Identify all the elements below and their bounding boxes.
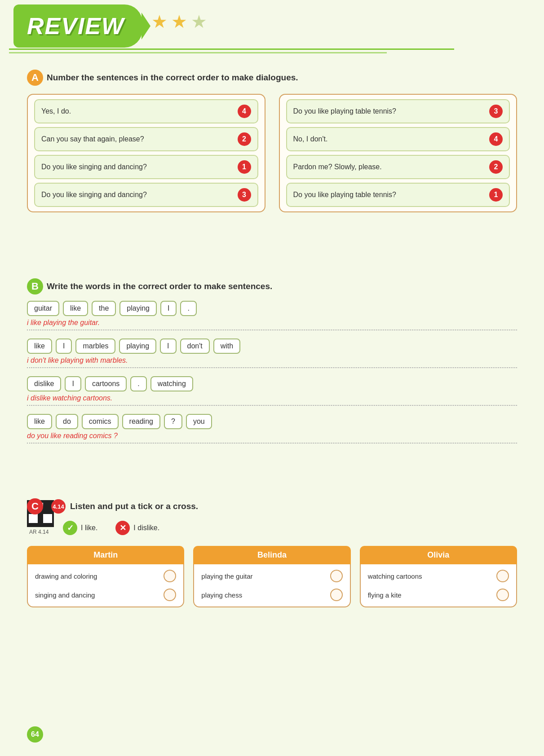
word-group-1: guitar like the playing I . i like playi… xyxy=(27,301,517,332)
deco-line-1 xyxy=(9,48,454,50)
tick-label: I like. xyxy=(81,524,97,532)
dialogue-right-text-3: Pardon me? Slowly, please. xyxy=(293,163,382,171)
checkbox-olivia-1[interactable] xyxy=(496,570,509,582)
answer-2: i don't like playing with marbles. xyxy=(27,356,517,368)
character-card-olivia: Olivia watching cartoons flying a kite xyxy=(360,546,517,607)
activity-olivia-2: flying a kite xyxy=(368,589,509,601)
word-3-1: dislike xyxy=(27,376,61,391)
word-1-3: the xyxy=(92,301,116,316)
activity-belinda-2: playing chess xyxy=(201,589,342,601)
section-b: B Write the words in the correct order t… xyxy=(27,278,517,445)
word-3-3: cartoons xyxy=(85,376,127,391)
word-4-3: comics xyxy=(82,414,119,429)
word-4-2: do xyxy=(56,414,78,429)
character-card-martin: Martin drawing and coloring singing and … xyxy=(27,546,184,607)
audio-badge[interactable]: 4.14 xyxy=(51,499,66,514)
dialogue-left-text-4: Do you like singing and dancing? xyxy=(41,191,147,199)
character-name-olivia: Olivia xyxy=(360,546,517,564)
characters-container: Martin drawing and coloring singing and … xyxy=(27,546,517,607)
word-3-2: I xyxy=(65,376,81,391)
legend-cross: ✕ I dislike. xyxy=(115,521,159,535)
section-a: A Number the sentences in the correct or… xyxy=(27,70,517,212)
word-2-6: don't xyxy=(180,338,210,354)
word-1-1: guitar xyxy=(27,301,59,316)
word-row-4: like do comics reading ? you xyxy=(27,414,517,429)
checkbox-belinda-1[interactable] xyxy=(330,570,343,582)
review-label: REVIEW xyxy=(13,4,142,48)
dialogue-left-text-2: Can you say that again, please? xyxy=(41,135,144,143)
checkbox-belinda-2[interactable] xyxy=(330,589,343,601)
checkbox-martin-2[interactable] xyxy=(164,589,176,601)
stars-container: ★ ★ ★ xyxy=(151,11,207,32)
dialogues-container: Yes, I do. 4 Can you say that again, ple… xyxy=(27,94,517,212)
character-activities-martin: drawing and coloring singing and dancing xyxy=(28,564,183,607)
activity-olivia-1: watching cartoons xyxy=(368,570,509,582)
word-1-6: . xyxy=(180,301,196,316)
dialogue-right-text-4: Do you like playing table tennis? xyxy=(293,191,396,199)
word-3-5: watching xyxy=(150,376,193,391)
character-card-belinda: Belinda playing the guitar playing chess xyxy=(193,546,350,607)
dialogue-left-item-1: Yes, I do. 4 xyxy=(34,99,258,123)
checkbox-martin-1[interactable] xyxy=(164,570,176,582)
deco-line-2 xyxy=(9,52,387,53)
dialogue-right-item-2: No, I don't. 4 xyxy=(286,127,510,151)
section-a-circle: A xyxy=(27,70,43,86)
review-title: REVIEW xyxy=(27,13,124,39)
dialogue-left-num-2: 2 xyxy=(238,132,251,146)
dialogue-right-num-4: 1 xyxy=(489,188,503,202)
character-activities-belinda: playing the guitar playing chess xyxy=(194,564,349,607)
word-group-2: like I marbles playing I don't with i do… xyxy=(27,338,517,370)
word-group-3: dislike I cartoons . watching i dislike … xyxy=(27,376,517,408)
dialogue-right-item-3: Pardon me? Slowly, please. 2 xyxy=(286,155,510,179)
activity-martin-text-1: drawing and coloring xyxy=(35,572,97,580)
decorative-lines xyxy=(0,48,544,57)
word-1-4: playing xyxy=(119,301,157,316)
character-name-martin: Martin xyxy=(27,546,184,564)
word-2-4: playing xyxy=(119,338,156,354)
dialogue-right-num-3: 2 xyxy=(489,160,503,174)
dialogue-right-num-1: 3 xyxy=(489,105,503,118)
section-b-instruction: Write the words in the correct order to … xyxy=(47,281,272,291)
tick-icon: ✓ xyxy=(63,521,77,535)
word-row-1: guitar like the playing I . xyxy=(27,301,517,316)
section-a-instruction: Number the sentences in the correct orde… xyxy=(47,73,298,83)
activity-martin-2: singing and dancing xyxy=(35,589,176,601)
dialogue-left-text-3: Do you like singing and dancing? xyxy=(41,163,147,171)
word-2-3: marbles xyxy=(75,338,115,354)
character-name-belinda: Belinda xyxy=(193,546,350,564)
dialogue-left-item-4: Do you like singing and dancing? 3 xyxy=(34,183,258,207)
word-2-1: like xyxy=(27,338,52,354)
word-group-4: like do comics reading ? you do you like… xyxy=(27,414,517,445)
activity-olivia-text-2: flying a kite xyxy=(368,591,402,599)
word-row-3: dislike I cartoons . watching xyxy=(27,376,517,391)
activity-martin-text-2: singing and dancing xyxy=(35,591,95,599)
section-a-header: A Number the sentences in the correct or… xyxy=(27,70,517,86)
section-c-header: C 4.14 Listen and put a tick or a cross. xyxy=(27,498,517,514)
checkbox-olivia-2[interactable] xyxy=(496,589,509,601)
dialogue-right-item-4: Do you like playing table tennis? 1 xyxy=(286,183,510,207)
word-4-1: like xyxy=(27,414,52,429)
character-activities-olivia: watching cartoons flying a kite xyxy=(361,564,516,607)
dialogue-left-item-2: Can you say that again, please? 2 xyxy=(34,127,258,151)
activity-belinda-text-2: playing chess xyxy=(201,591,242,599)
dialogue-right: Do you like playing table tennis? 3 No, … xyxy=(279,94,517,212)
dialogue-left-num-1: 4 xyxy=(238,105,251,118)
word-row-2: like I marbles playing I don't with xyxy=(27,338,517,354)
word-3-4: . xyxy=(130,376,146,391)
section-c-instruction: Listen and put a tick or a cross. xyxy=(70,501,198,511)
dialogue-left-num-4: 3 xyxy=(238,188,251,202)
dialogue-left: Yes, I do. 4 Can you say that again, ple… xyxy=(27,94,265,212)
answer-1: i like playing the guitar. xyxy=(27,319,517,330)
section-b-circle: B xyxy=(27,278,43,294)
star-1: ★ xyxy=(151,11,168,32)
word-1-5: I xyxy=(160,301,177,316)
star-2: ★ xyxy=(171,11,187,32)
activity-belinda-text-1: playing the guitar xyxy=(201,572,252,580)
answer-3: i dislike watching cartoons. xyxy=(27,394,517,406)
section-c-circle: C xyxy=(27,498,43,514)
review-banner: REVIEW ★ ★ ★ xyxy=(13,4,207,48)
dialogue-right-item-1: Do you like playing table tennis? 3 xyxy=(286,99,510,123)
word-2-5: I xyxy=(160,338,176,354)
dialogue-left-text-1: Yes, I do. xyxy=(41,107,71,115)
word-4-5: ? xyxy=(164,414,182,429)
